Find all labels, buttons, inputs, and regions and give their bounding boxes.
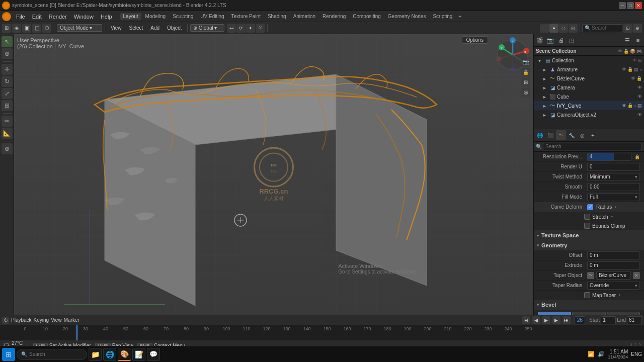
oi-vis-cube[interactable]: 👁 bbox=[637, 94, 642, 99]
timeline-label-keying[interactable]: Keying bbox=[34, 317, 49, 323]
taper-object-value[interactable]: BézierCurve bbox=[596, 272, 631, 280]
oi-ctrl4-armature[interactable]: ⬦ bbox=[639, 67, 642, 72]
oi-vis-bezier[interactable]: 👁 bbox=[631, 76, 635, 81]
measure-tool[interactable]: 📐 bbox=[2, 128, 13, 139]
taskbar-vscode[interactable]: 📝 bbox=[132, 348, 145, 361]
proportional-icon[interactable]: ⦾ bbox=[256, 24, 265, 33]
menu-window[interactable]: Window bbox=[71, 13, 97, 21]
timeline-icon[interactable]: ⏱ bbox=[2, 317, 9, 324]
tab-compositing[interactable]: Compositing bbox=[350, 13, 384, 20]
icon-more[interactable]: ≡ bbox=[633, 35, 643, 45]
outliner-item-collection[interactable]: ▾ ▤ Collection 👁 ⊞ bbox=[534, 56, 644, 65]
tray-clock[interactable]: 1:51 AM 11/4/2024 bbox=[608, 349, 628, 359]
oi-ctrl2-ivy[interactable]: ⬦ bbox=[634, 103, 636, 108]
oi-vis-camera[interactable]: 👁 bbox=[637, 85, 642, 90]
bevel-btn-profile[interactable]: Profile bbox=[607, 312, 640, 315]
properties-search-input[interactable] bbox=[543, 143, 642, 150]
tab-sculpting[interactable]: Sculpting bbox=[170, 13, 196, 20]
cb-radius-dot[interactable]: • bbox=[615, 205, 616, 210]
prop-render-u-value[interactable]: 0 bbox=[587, 163, 640, 171]
outliner-item-cube[interactable]: ▸ ⬛ Cube 👁 bbox=[534, 92, 644, 101]
add-tool[interactable]: ⊕ bbox=[2, 143, 13, 154]
transform-tool[interactable]: ⊞ bbox=[2, 100, 13, 111]
timeline-label-playback[interactable]: Playback bbox=[11, 317, 32, 323]
stretch-dot[interactable]: • bbox=[611, 214, 613, 219]
taskbar-file-explorer[interactable]: 📁 bbox=[89, 348, 102, 361]
annotate-tool[interactable]: ✏ bbox=[2, 116, 13, 127]
btn-play[interactable]: ▶ bbox=[542, 316, 550, 324]
prop-resolution-lock-icon[interactable]: 🔒 bbox=[634, 154, 640, 159]
tab-texture-paint[interactable]: Texture Paint bbox=[228, 13, 264, 20]
rotate-tool[interactable]: ↻ bbox=[2, 76, 13, 87]
oi-ctrl3-armature[interactable]: ▤ bbox=[634, 67, 638, 72]
viewport-icon2[interactable]: ◈ bbox=[12, 24, 21, 33]
outliner-item-ivy-curve[interactable]: ▸ 〜 IVY_Curve 👁 🔒 ⬦ ▤ bbox=[534, 101, 644, 110]
prop-twist-method-value[interactable]: Minimum ▾ bbox=[587, 173, 640, 181]
shading-wireframe[interactable]: ⬚ bbox=[540, 24, 549, 33]
prop-icon-object[interactable]: ⬛ bbox=[545, 130, 555, 140]
prop-fill-mode-value[interactable]: Full ▾ bbox=[587, 193, 640, 201]
close-btn[interactable]: ✕ bbox=[635, 2, 642, 9]
oi-vis-ivy[interactable]: 👁 bbox=[622, 103, 626, 108]
cb-map-taper[interactable] bbox=[584, 292, 590, 298]
viewport-menu-object[interactable]: Object bbox=[164, 25, 185, 31]
icon-view-layer[interactable]: ◳ bbox=[567, 35, 577, 45]
tab-uv-editing[interactable]: UV Editing bbox=[197, 13, 227, 20]
collection-view-icon4[interactable]: 🎮 bbox=[636, 49, 642, 54]
collection-view-icon2[interactable]: 🔒 bbox=[623, 49, 629, 54]
prop-icon-curves[interactable]: 〜 bbox=[556, 130, 566, 140]
start-button[interactable]: ⊞ bbox=[2, 348, 15, 361]
transform-icon1[interactable]: ⊷ bbox=[227, 24, 236, 33]
tray-icon-volume[interactable]: 🔊 bbox=[598, 351, 605, 357]
oi-ctrl-ivy[interactable]: 🔒 bbox=[627, 103, 633, 108]
menu-help[interactable]: Help bbox=[98, 13, 115, 21]
shading-render[interactable]: ◎ bbox=[569, 24, 578, 33]
transform-icon2[interactable]: ⟳ bbox=[236, 24, 246, 33]
section-texture-space[interactable]: ▸ Texture Space bbox=[534, 230, 644, 240]
shading-material[interactable]: ◌ bbox=[559, 24, 568, 33]
tab-layout[interactable]: Layout bbox=[120, 13, 141, 20]
tray-icon-network[interactable]: 📶 bbox=[588, 351, 595, 357]
bevel-btn-round[interactable]: Round bbox=[538, 312, 571, 315]
oi-vis-armature[interactable]: 👁 bbox=[622, 67, 626, 72]
search-bar[interactable]: 🔍 Search bbox=[582, 24, 622, 32]
move-tool[interactable]: ✛ bbox=[2, 64, 13, 75]
cb-radius[interactable]: ✓ bbox=[587, 204, 593, 210]
select-tool[interactable]: ↖ bbox=[2, 36, 13, 47]
prop-icon-scene[interactable]: 🌐 bbox=[535, 130, 545, 140]
viewport-menu-item1[interactable]: View bbox=[108, 25, 125, 31]
icon-render-props[interactable]: 📷 bbox=[545, 35, 555, 45]
outliner-item-camera[interactable]: ▸ ◪ Camera 👁 bbox=[534, 83, 644, 92]
overlay-view-icon[interactable]: ◎ bbox=[521, 87, 530, 97]
menu-edit[interactable]: Edit bbox=[29, 13, 45, 21]
scale-tool[interactable]: ⤢ bbox=[2, 88, 13, 99]
viewport-icon4[interactable]: ◫ bbox=[32, 24, 41, 33]
prop-taper-radius-value[interactable]: Override ▾ bbox=[587, 282, 640, 290]
start-frame-input[interactable]: 1 bbox=[601, 316, 616, 324]
minimize-btn[interactable]: ─ bbox=[619, 2, 626, 9]
oi-vis-collection[interactable]: 👁 bbox=[632, 58, 637, 63]
prop-offset-value[interactable]: 0 m bbox=[587, 251, 640, 259]
menu-file[interactable]: File bbox=[13, 13, 28, 21]
current-frame-input[interactable]: 26 bbox=[575, 316, 585, 324]
cursor-tool[interactable]: ⊕ bbox=[2, 48, 13, 59]
bevel-btn-object[interactable]: Object bbox=[572, 312, 605, 315]
tab-rendering[interactable]: Rendering bbox=[319, 13, 349, 20]
prop-resolution-preview-value[interactable]: 4 bbox=[587, 153, 631, 161]
taper-object-clear-btn[interactable]: ✕ bbox=[633, 272, 640, 279]
prop-icon-particles[interactable]: ✦ bbox=[588, 130, 598, 140]
taskbar-blender[interactable]: 🎨 bbox=[118, 348, 131, 361]
prop-extrude-value[interactable]: 0 m bbox=[587, 261, 640, 269]
timeline-content[interactable]: 0 10 20 30 40 50 60 70 80 90 100 110 120… bbox=[0, 325, 644, 340]
cb-bounds-clamp[interactable] bbox=[584, 223, 590, 229]
outliner-item-beziercurve[interactable]: ▸ 〜 BézierCurve 👁 🔒 bbox=[534, 74, 644, 83]
menu-render[interactable]: Render bbox=[46, 13, 70, 21]
outliner-item-armature[interactable]: ▸ ♟ Armature 👁 🔒 ▤ ⬦ bbox=[534, 65, 644, 74]
btn-skip-start[interactable]: ⏮ bbox=[522, 316, 530, 324]
btn-prev-frame[interactable]: ◀ bbox=[532, 316, 540, 324]
camera-view-icon[interactable]: 📷 bbox=[521, 57, 530, 66]
overlay-btn[interactable]: ⊡ bbox=[623, 24, 632, 33]
tab-animation[interactable]: Animation bbox=[290, 13, 318, 20]
section-bevel-header[interactable]: ▾ Bevel bbox=[534, 300, 644, 310]
viewport-menu-add[interactable]: Add bbox=[147, 25, 163, 31]
